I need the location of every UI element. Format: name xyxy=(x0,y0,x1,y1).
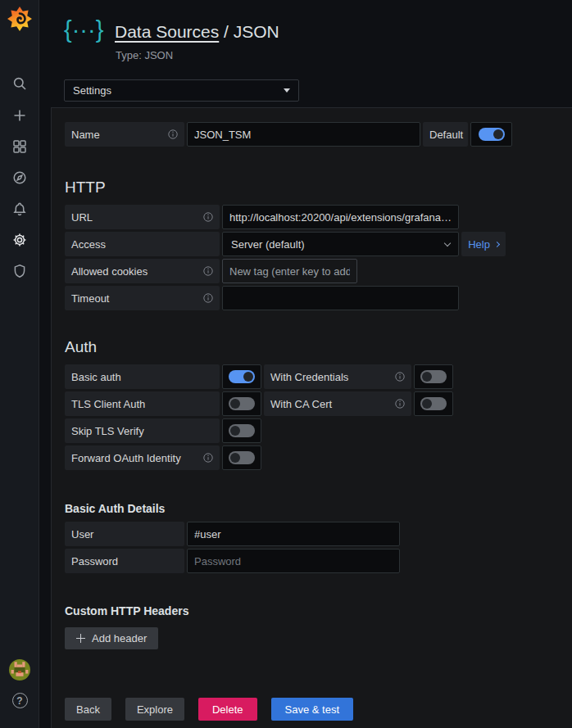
sidebar-item-dashboards[interactable] xyxy=(0,138,39,155)
allowed-cookies-label-chip: Allowed cookies xyxy=(65,259,220,283)
plus-icon xyxy=(11,107,28,124)
default-label-chip: Default xyxy=(423,122,468,147)
tab-select-value: Settings xyxy=(73,84,111,97)
info-icon[interactable] xyxy=(203,266,213,276)
password-label: Password xyxy=(71,555,118,567)
add-header-button[interactable]: Add header xyxy=(65,627,158,649)
info-icon[interactable] xyxy=(203,293,213,303)
url-label: URL xyxy=(71,211,93,224)
sidebar-item-alerting[interactable] xyxy=(0,201,39,217)
password-label-chip: Password xyxy=(65,549,184,573)
auth-row-3: Skip TLS Verify xyxy=(65,418,559,443)
access-select-value: Server (default) xyxy=(231,238,305,251)
page-tab-select[interactable]: Settings xyxy=(64,79,299,102)
forward-oauth-toggle[interactable] xyxy=(222,445,261,470)
with-credentials-label: With Credentials xyxy=(270,371,348,383)
datasource-type-subtitle: Type: JSON xyxy=(116,49,173,61)
timeout-input[interactable] xyxy=(222,286,459,310)
password-input[interactable] xyxy=(187,549,400,573)
sidebar-item-server-admin[interactable] xyxy=(0,263,39,279)
settings-panel: Name Default HTTP URL A xyxy=(51,107,572,728)
add-header-label: Add header xyxy=(92,632,147,644)
auth-row-4: Forward OAuth Identity xyxy=(65,445,559,470)
name-label-chip: Name xyxy=(65,122,184,147)
chevron-down-icon xyxy=(444,239,451,246)
name-input[interactable] xyxy=(187,122,420,147)
info-icon[interactable] xyxy=(203,212,213,222)
info-icon[interactable] xyxy=(395,372,405,382)
user-avatar[interactable] xyxy=(0,659,39,681)
with-credentials-label-chip: With Credentials xyxy=(264,364,411,389)
toggle-off-indicator xyxy=(229,397,255,410)
sidebar-item-create[interactable] xyxy=(0,107,39,124)
tls-client-auth-label-chip: TLS Client Auth xyxy=(65,391,220,416)
grafana-logo[interactable] xyxy=(0,7,39,31)
page-title: Data Sources / JSON xyxy=(115,22,279,42)
delete-button[interactable]: Delete xyxy=(198,698,257,721)
datasource-type-icon: {···} xyxy=(64,16,103,43)
explore-button[interactable]: Explore xyxy=(125,698,184,721)
back-button[interactable]: Back xyxy=(65,698,111,721)
toggle-on-indicator xyxy=(479,128,505,141)
info-icon[interactable] xyxy=(168,129,178,139)
allowed-cookies-row: Allowed cookies xyxy=(65,259,559,283)
caret-down-icon xyxy=(284,88,290,93)
http-section-title: HTTP xyxy=(65,178,559,197)
toggle-off-indicator xyxy=(229,451,255,464)
avatar-image xyxy=(9,659,30,681)
name-row: Name Default xyxy=(65,122,559,147)
access-label-chip: Access xyxy=(65,232,220,256)
basic-auth-label: Basic auth xyxy=(71,371,121,383)
basic-auth-details-title: Basic Auth Details xyxy=(65,502,559,516)
tls-client-auth-label: TLS Client Auth xyxy=(71,398,145,410)
skip-tls-verify-label: Skip TLS Verify xyxy=(71,425,144,437)
toggle-off-indicator xyxy=(420,370,447,383)
chevron-right-icon xyxy=(494,241,500,246)
breadcrumb-separator: / xyxy=(219,22,234,41)
forward-oauth-label-chip: Forward OAuth Identity xyxy=(65,445,220,470)
user-row: User xyxy=(65,522,559,546)
default-toggle[interactable] xyxy=(470,122,512,147)
tls-client-auth-toggle[interactable] xyxy=(222,391,261,416)
access-label: Access xyxy=(71,238,106,251)
timeout-label: Timeout xyxy=(71,292,109,305)
name-label: Name xyxy=(71,129,100,141)
allowed-cookies-label: Allowed cookies xyxy=(71,265,148,278)
allowed-cookies-tag-input[interactable] xyxy=(222,259,357,283)
sidebar-item-configuration[interactable] xyxy=(0,232,39,248)
url-label-chip: URL xyxy=(65,205,220,229)
sidebar-item-explore[interactable] xyxy=(0,170,39,186)
default-label: Default xyxy=(429,129,463,141)
skip-tls-verify-toggle[interactable] xyxy=(222,418,261,443)
explore-compass-icon xyxy=(11,170,28,186)
with-ca-cert-label-chip: With CA Cert xyxy=(264,391,411,416)
with-credentials-toggle[interactable] xyxy=(414,364,453,389)
timeout-label-chip: Timeout xyxy=(65,286,220,310)
help-label: Help xyxy=(468,238,490,251)
auth-row-1: Basic auth With Credentials xyxy=(65,364,559,389)
info-icon[interactable] xyxy=(203,453,213,463)
with-ca-cert-label: With CA Cert xyxy=(270,398,332,410)
sidebar: ? xyxy=(0,0,39,728)
basic-auth-toggle[interactable] xyxy=(222,364,261,389)
breadcrumb-datasources-link[interactable]: Data Sources xyxy=(115,22,219,41)
grafana-logo-icon xyxy=(7,7,32,31)
with-ca-cert-toggle[interactable] xyxy=(414,391,453,416)
sidebar-item-search[interactable] xyxy=(0,75,39,92)
url-row: URL xyxy=(65,205,559,229)
configuration-gear-icon xyxy=(11,232,28,248)
access-select[interactable]: Server (default) xyxy=(222,232,459,256)
url-input[interactable] xyxy=(222,205,459,229)
alerting-bell-icon xyxy=(11,201,28,217)
sidebar-item-help[interactable]: ? xyxy=(0,693,39,708)
info-icon[interactable] xyxy=(395,399,405,409)
toggle-off-indicator xyxy=(229,424,255,437)
user-input[interactable] xyxy=(187,522,400,546)
action-buttons: Back Explore Delete Save & test xyxy=(65,698,559,721)
toggle-on-indicator xyxy=(229,370,255,383)
dashboards-grid-icon xyxy=(11,138,28,155)
grafana-datasource-settings-page: ? {···} Data Sources / JSON Type: JSON S… xyxy=(0,0,572,728)
access-help-button[interactable]: Help xyxy=(461,232,506,256)
save-and-test-button[interactable]: Save & test xyxy=(271,698,353,721)
timeout-row: Timeout xyxy=(65,286,559,310)
